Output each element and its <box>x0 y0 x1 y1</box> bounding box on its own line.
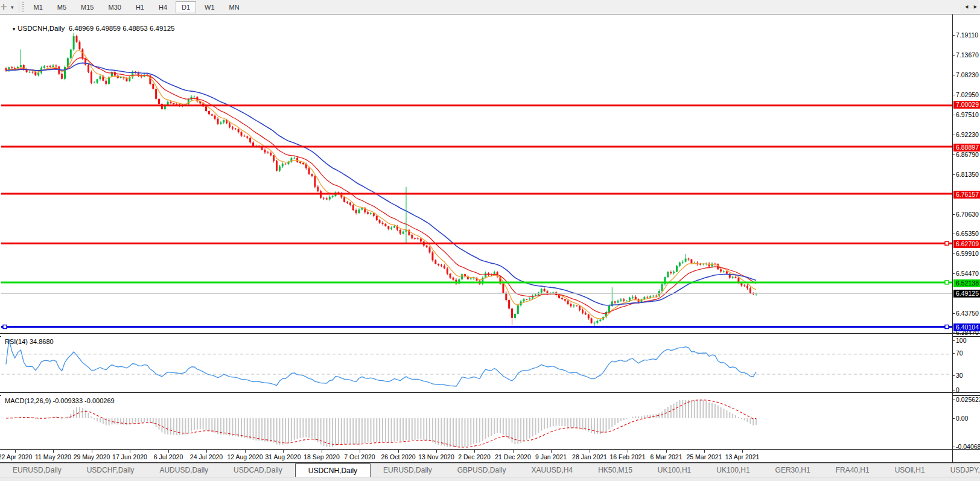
price-axis-tick <box>952 55 955 56</box>
date-axis-label: 21 Dec 2020 <box>495 453 531 460</box>
price-axis-tick <box>952 115 955 115</box>
date-axis-border <box>0 449 980 450</box>
timeframe-buttons: M1M5M15M30H1H4D1W1MN <box>27 1 247 13</box>
chart-tab-usdcnh-daily[interactable]: USDCNH,Daily <box>295 463 371 477</box>
price-axis-tick <box>952 174 955 175</box>
date-axis-tick <box>245 450 246 453</box>
price-axis-label: 7.02950 <box>956 91 980 98</box>
date-axis-tick <box>206 450 207 453</box>
timeframe-button-mn[interactable]: MN <box>223 1 246 13</box>
tab-scroll-left-icon[interactable]: ◄ <box>964 4 969 10</box>
date-axis-tick <box>168 450 169 453</box>
timeframe-button-h4[interactable]: H4 <box>153 1 173 13</box>
date-axis-label: 13 Nov 2020 <box>418 453 454 460</box>
chart-tab-usdchf-daily[interactable]: USDCHF,Daily <box>74 463 147 477</box>
macd-scale-label: -0.040687 <box>956 443 980 450</box>
date-axis-label: 6 Mar 2021 <box>650 453 682 460</box>
price-axis-label: 7.13670 <box>956 51 980 59</box>
chart-tab-eurusd-daily[interactable]: EURUSD,Daily <box>0 463 74 477</box>
price-axis-tick <box>952 234 955 234</box>
chart-tab-uk100-h1[interactable]: UK100,H1 <box>645 463 704 477</box>
chart-tab-eurusd-daily[interactable]: EURUSD,Daily <box>371 463 445 477</box>
date-axis-label: 12 Aug 2020 <box>228 453 263 460</box>
rsi-scale-label: 0 <box>956 386 980 393</box>
date-axis-label: 28 Jan 2021 <box>572 453 607 460</box>
price-axis-tick <box>952 95 955 95</box>
macd-scale-label: 0.00 <box>956 415 980 422</box>
price-axis-tick <box>952 313 955 314</box>
chart-tab-usdjpy-h1[interactable]: USDJPY,H1 <box>938 463 980 477</box>
price-axis-label: 6.65350 <box>956 230 980 237</box>
rsi-scale-label: 100 <box>956 337 980 344</box>
mt4-terminal-window: ✛ ▾ M1M5M15M30H1H4D1W1MN ▾USDCNH,Daily 6… <box>0 0 980 481</box>
toolbar-separator <box>19 2 19 13</box>
chart-tab-bar: EURUSD,DailyUSDCHF,DailyAUDUSD,DailyUSDC… <box>0 463 980 477</box>
price-line-badge: 6.40104 <box>953 323 980 331</box>
date-axis-label: 7 Oct 2020 <box>344 453 375 460</box>
chart-tab-fra40-h1[interactable]: FRA40,H1 <box>823 463 882 477</box>
symbol-dropdown-icon[interactable]: ▾ <box>13 26 16 32</box>
tab-scroll-right-icon[interactable]: ► <box>973 4 978 10</box>
price-axis-label: 6.81350 <box>956 171 980 178</box>
chart-ohlc-values: 6.48969 6.49859 6.48853 6.49125 <box>69 25 175 32</box>
macd-scale-label: 0.025623 <box>956 396 980 403</box>
price-axis-label: 7.08230 <box>956 71 980 78</box>
chart-tab-xauusd-h4[interactable]: XAUUSD,H4 <box>518 463 585 477</box>
timeframe-button-h1[interactable]: H1 <box>130 1 150 13</box>
date-axis-tick <box>513 450 514 453</box>
chart-tab-hk50-m15[interactable]: HK50,M15 <box>585 463 645 477</box>
price-axis-tick <box>952 253 955 254</box>
price-line-badge: 7.00029 <box>953 101 980 109</box>
price-axis-label: 7.19110 <box>956 31 980 39</box>
timeframe-button-m1[interactable]: M1 <box>28 1 49 13</box>
indicator-axis-tick <box>952 353 955 354</box>
timeframe-button-d1[interactable]: D1 <box>176 1 196 13</box>
price-axis-label: 6.70630 <box>956 211 980 218</box>
chart-tab-gbpusd-daily[interactable]: GBPUSD,Daily <box>445 463 519 477</box>
toolbar-grip[interactable] <box>22 2 24 12</box>
rsi-label: RSI(14) 34.8680 <box>5 338 54 345</box>
cursor-tool-icon[interactable]: ✛ <box>0 2 10 11</box>
cursor-tool-dropdown-icon[interactable]: ▾ <box>10 4 18 10</box>
macd-indicator-pane[interactable] <box>1 395 952 450</box>
date-axis-label: 29 May 2020 <box>74 453 110 460</box>
macd-label: MACD(12,26,9) -0.009333 -0.000269 <box>5 397 115 404</box>
date-axis-tick <box>628 450 628 453</box>
price-axis-tick <box>952 75 955 75</box>
date-axis-tick <box>398 450 399 453</box>
price-axis-label: 6.97510 <box>956 111 980 118</box>
price-axis-line <box>952 14 953 462</box>
price-axis-tick <box>952 273 955 274</box>
candlestick-chart[interactable] <box>1 14 952 334</box>
timeframe-button-m30[interactable]: M30 <box>103 1 127 13</box>
date-axis-label: 24 Jul 2020 <box>190 453 223 460</box>
date-axis-label: 13 Apr 2021 <box>725 453 760 460</box>
chart-tab-usoil-h1[interactable]: USOil,H1 <box>882 463 938 477</box>
indicator-axis-tick <box>952 390 955 390</box>
date-axis-tick <box>436 450 437 453</box>
timeframe-button-m5[interactable]: M5 <box>51 1 72 13</box>
chart-title: ▾USDCNH,Daily 6.48969 6.49859 6.48853 6.… <box>5 18 175 39</box>
price-line-badge: 6.49125 <box>953 290 980 298</box>
price-axis-tick <box>952 135 955 135</box>
chart-tab-ger30-h1[interactable]: GER30,H1 <box>763 463 823 477</box>
chart-tab-audusd-daily[interactable]: AUDUSD,Daily <box>147 463 221 477</box>
rsi-indicator-pane[interactable] <box>1 336 952 392</box>
date-axis-tick <box>130 450 130 453</box>
status-strip <box>0 477 980 481</box>
indicator-axis-tick <box>952 447 955 447</box>
rsi-scale-label: 30 <box>956 372 980 379</box>
chart-tab-uk100-h1[interactable]: UK100,H1 <box>704 463 762 477</box>
date-axis-label: 11 May 2020 <box>35 453 71 460</box>
price-axis-label: 6.92230 <box>956 131 980 138</box>
timeframe-toolbar: ✛ ▾ M1M5M15M30H1H4D1W1MN <box>0 0 980 14</box>
timeframe-button-m15[interactable]: M15 <box>75 1 100 13</box>
price-axis-tick <box>952 154 955 155</box>
indicator-axis-tick <box>952 340 955 341</box>
price-line-badge: 6.88897 <box>953 144 980 151</box>
price-axis-label: 6.59910 <box>956 250 980 257</box>
chart-tab-usdcad-daily[interactable]: USDCAD,Daily <box>221 463 295 477</box>
date-axis-label: 18 Sep 2020 <box>304 453 340 460</box>
price-axis-label: 6.54470 <box>956 270 980 277</box>
timeframe-button-w1[interactable]: W1 <box>199 1 221 13</box>
